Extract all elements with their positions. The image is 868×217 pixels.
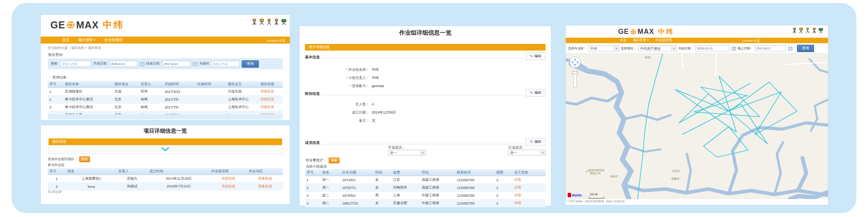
- table-cell: [196, 103, 226, 111]
- table-row: 3徕卡技术中心测试北京徐斌2017/7/6上海技术中心详细信息: [48, 103, 283, 111]
- table-cell: 详细信息: [259, 96, 283, 103]
- calendar-icon[interactable]: [193, 62, 197, 66]
- tag-label: 关键词: [199, 61, 209, 66]
- column-header: 负责人: [117, 168, 148, 175]
- extra-info-title: 附加信息: [305, 91, 320, 96]
- map-view[interactable]: 南翔国美华星纸业有限公司朱家行王家浜西蔡村 Baidu: [566, 54, 828, 203]
- track-filter-bar: 选择作业组： 中纬▾ 选择项目： 中纬房产测绘▾ 开始日期： 截止日期： 查询: [566, 43, 828, 54]
- nav-item-home[interactable]: 首页: [62, 38, 69, 43]
- nav-item-home[interactable]: 首页: [620, 38, 627, 43]
- detail-link[interactable]: 详情: [514, 186, 521, 189]
- calendar-icon[interactable]: [140, 62, 144, 66]
- survey-instrument-icon: [805, 28, 810, 33]
- survey-instrument-icon: [792, 28, 797, 33]
- section-bar-label: 项目信息: [52, 139, 66, 144]
- nav-item-workgroup-management[interactable]: 作业组管理: [104, 38, 123, 43]
- table-cell: 2: [495, 184, 513, 192]
- column-header: 性别: [374, 169, 392, 176]
- table-cell: 北京: [113, 103, 139, 111]
- column-header: 结束时间: [196, 81, 226, 88]
- calendar-icon[interactable]: [732, 46, 736, 51]
- field-login-account: *登录账号： geomax: [323, 83, 384, 89]
- start-date-input[interactable]: [695, 45, 729, 51]
- nav-item-workgroup-management[interactable]: 作业组管理: [655, 38, 672, 43]
- end-date-input[interactable]: [755, 45, 786, 51]
- table-row: 3赵二1979/5/1男上海中级工程师1234567892详情: [305, 192, 546, 200]
- search-input[interactable]: [60, 61, 91, 67]
- search-button[interactable]: 查询: [242, 60, 259, 68]
- end-date-input[interactable]: [162, 61, 190, 67]
- detail-link[interactable]: 详细信息: [260, 89, 274, 93]
- field-value: 中纬: [372, 67, 379, 72]
- field-value: 4: [372, 102, 374, 106]
- table-cell: 1976/7/1: [341, 184, 374, 192]
- table-cell: 详细信息: [259, 88, 283, 96]
- table-cell: 详细信息: [210, 175, 247, 183]
- table-cell: 3: [305, 192, 321, 200]
- chevron-down-icon: ▾: [671, 46, 676, 51]
- table-cell: 123456789: [455, 192, 495, 200]
- project-select[interactable]: 中纬房产测绘▾: [638, 46, 677, 51]
- table-header-row: 序号项目名称项目地点负责人开始时间结束时间项目业主项目信息: [48, 81, 283, 88]
- detail-link[interactable]: 详情: [514, 201, 521, 205]
- tag-input[interactable]: [211, 61, 240, 67]
- table-cell: 北京: [113, 96, 139, 103]
- column-header: 组名: [66, 168, 117, 175]
- table-cell: 2016年7月24日: [148, 183, 210, 191]
- workload-stats-button[interactable]: 查看: [329, 158, 340, 163]
- selected-members-select[interactable]: 孙一 ▾: [508, 150, 546, 156]
- table-cell: 何伟: [139, 88, 163, 96]
- table-cell: 2: [495, 200, 513, 207]
- detail-link[interactable]: 详细信息: [260, 97, 274, 101]
- chevron-down-icon: ▼: [647, 39, 649, 41]
- edit-basic-button[interactable]: ✎编辑: [526, 52, 546, 60]
- table-row: 2周一1976/7/1女河南郑州高级工程师1234567892详情: [305, 184, 546, 192]
- table-cell: leica: [66, 183, 117, 191]
- detail-link[interactable]: 查看轨迹: [258, 177, 272, 180]
- project-results-table: 序号项目名称项目地点负责人开始时间结束时间项目业主项目信息1滨湖路项目大连何伟2…: [48, 81, 283, 119]
- table-cell: 详情: [513, 200, 546, 207]
- workgroup-select[interactable]: 中纬▾: [588, 46, 619, 51]
- current-members-label: 当前小组成员: [306, 164, 327, 169]
- detail-link[interactable]: 详情: [514, 193, 521, 197]
- page-title: 项目查询: [48, 52, 62, 58]
- detail-link[interactable]: 详情: [514, 178, 521, 182]
- project-search-bar: 搜索: 开始日期: 结束日期: 关键词 查询: [48, 58, 283, 69]
- detail-link[interactable]: 详细信息: [222, 177, 236, 180]
- available-members-select[interactable]: 张一 ▾: [388, 150, 426, 156]
- table-cell: 1974/6/1: [341, 176, 374, 184]
- table-cell: 查看轨迹: [247, 183, 283, 191]
- instrument-icons: [792, 28, 823, 33]
- logo-text-cn: 中纬: [658, 27, 674, 36]
- edit-extra-button[interactable]: ✎编辑: [526, 89, 546, 96]
- add-workgroup-button[interactable]: 添加: [79, 156, 90, 162]
- expand-collapse-box[interactable]: [49, 145, 282, 154]
- table-row: 1孙一1974/6/1女江苏高级工程师1234567892详情: [305, 176, 546, 184]
- detail-link[interactable]: 查看轨迹: [258, 184, 272, 188]
- start-date-input[interactable]: [109, 61, 137, 67]
- table-row: 1滨湖路项目大连何伟2017/3/22大连市政详细信息: [48, 88, 283, 96]
- chevron-down-icon[interactable]: [161, 147, 169, 151]
- detail-link[interactable]: 详细信息: [260, 105, 274, 109]
- table-cell: 周一: [321, 184, 341, 192]
- logo-text-cn: 中纬: [103, 19, 125, 31]
- table-cell: 上海: [392, 192, 420, 200]
- map-search-button[interactable]: 查询: [797, 45, 814, 52]
- welcome-user-text: GeoMax 欢迎: [742, 39, 760, 43]
- edit-icon: ✎: [530, 91, 533, 94]
- members-title: 成员信息: [305, 140, 320, 145]
- table-cell: 上海技术中心: [226, 96, 259, 103]
- nav-item-project-management[interactable]: 项目管理▼: [633, 38, 649, 43]
- survey-instrument-icon: [251, 19, 257, 25]
- detail-link[interactable]: 详细信息: [222, 184, 236, 188]
- edit-members-button[interactable]: ✎编辑: [526, 138, 546, 145]
- table-cell: 江苏: [392, 176, 420, 184]
- table-cell: 孙测试: [117, 183, 148, 191]
- field-value: 2014年12月9日: [372, 110, 396, 115]
- nav-item-project-management[interactable]: 项目管理▼: [78, 38, 96, 43]
- map-pan-control[interactable]: [570, 57, 580, 68]
- survey-instrument-icon: [259, 19, 265, 25]
- table-cell: 4: [305, 200, 321, 207]
- survey-instrument-icon: [812, 28, 817, 33]
- calendar-icon[interactable]: [788, 46, 792, 51]
